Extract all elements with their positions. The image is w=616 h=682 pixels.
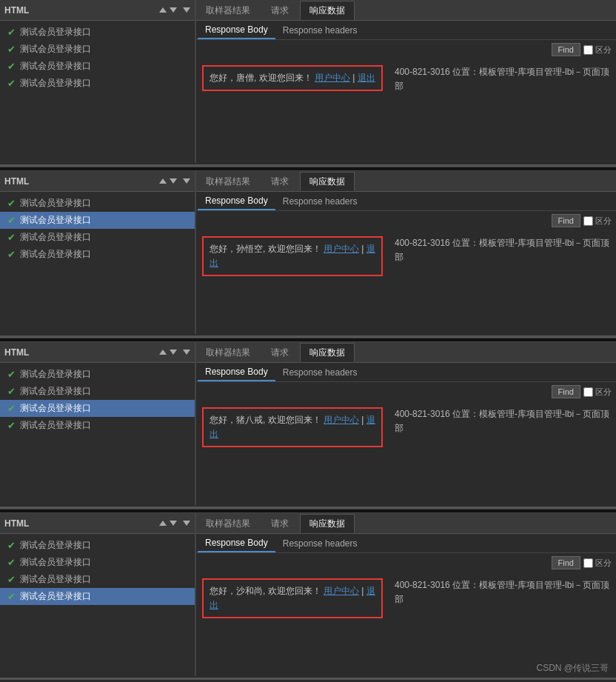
response-link1-2[interactable]: 用户中心: [324, 415, 359, 425]
tab-0-0[interactable]: 取样器结果: [196, 1, 260, 20]
distinguish-checkbox-0[interactable]: [583, 45, 593, 55]
shield-icon-2-2: ✔: [6, 404, 16, 414]
sidebar-item-label-3-2: 测试会员登录接口: [20, 573, 91, 586]
response-link1-3[interactable]: 用户中心: [324, 586, 359, 596]
tab-3-1[interactable]: 请求: [261, 514, 298, 533]
tri-down-icon-3[interactable]: [170, 521, 177, 526]
dropdown-arrow-icon-3[interactable]: [183, 521, 190, 526]
tab-1-0[interactable]: 取样器结果: [196, 172, 260, 191]
sidebar-item-1-0[interactable]: ✔测试会员登录接口: [0, 195, 195, 212]
tri-up-icon-3[interactable]: [159, 521, 167, 526]
shield-icon-1-3: ✔: [6, 250, 16, 260]
sidebar-header-2: HTML: [0, 342, 195, 363]
distinguish-checkbox-1[interactable]: [583, 216, 593, 226]
sidebar-item-3-1[interactable]: ✔测试会员登录接口: [0, 554, 195, 571]
response-main-3: 您好，沙和尚, 欢迎您回来！ 用户中心 | 退出: [196, 572, 389, 676]
sub-tab-1-0[interactable]: Response Body: [198, 193, 275, 210]
response-main-2: 您好，猪八戒, 欢迎您回来！ 用户中心 | 退出: [196, 401, 389, 505]
response-main-0: 您好，唐僧, 欢迎您回来！ 用户中心 | 退出: [196, 59, 389, 163]
sidebar-item-1-2[interactable]: ✔测试会员登录接口: [0, 229, 195, 246]
response-body-area-3: 您好，沙和尚, 欢迎您回来！ 用户中心 | 退出400-821-3016 位置：…: [196, 572, 616, 676]
content-area-3: 取样器结果请求响应数据Response BodyResponse headers…: [196, 513, 616, 676]
sub-tab-2-0[interactable]: Response Body: [198, 364, 275, 381]
response-link2-0[interactable]: 退出: [358, 73, 375, 83]
sidebar-item-label-2-2: 测试会员登录接口: [20, 402, 91, 415]
find-button-3[interactable]: Find: [552, 556, 580, 569]
response-link1-1[interactable]: 用户中心: [324, 244, 359, 254]
tri-down-icon-1[interactable]: [170, 178, 177, 184]
sub-tab-0-1[interactable]: Response headers: [275, 21, 365, 39]
sidebar-item-0-3[interactable]: ✔测试会员登录接口: [0, 75, 195, 92]
tab-2-1[interactable]: 请求: [261, 343, 298, 362]
sidebar-item-label-0-1: 测试会员登录接口: [20, 43, 91, 56]
tri-up-icon-2[interactable]: [159, 350, 167, 355]
tab-2-2[interactable]: 响应数据: [300, 343, 355, 362]
sidebar-1: HTML✔测试会员登录接口✔测试会员登录接口✔测试会员登录接口✔测试会员登录接口: [0, 171, 196, 334]
tri-up-icon-0[interactable]: [159, 7, 167, 13]
shield-icon-3-1: ✔: [6, 558, 16, 568]
sidebar-item-3-0[interactable]: ✔测试会员登录接口: [0, 537, 195, 554]
tab-1-1[interactable]: 请求: [261, 172, 298, 191]
sidebar-item-label-0-3: 测试会员登录接口: [20, 77, 91, 90]
sidebar-item-2-0[interactable]: ✔测试会员登录接口: [0, 366, 195, 383]
response-box-1: 您好，孙悟空, 欢迎您回来！ 用户中心 | 退出: [202, 236, 383, 276]
sidebar-item-2-2[interactable]: ✔测试会员登录接口: [0, 400, 195, 417]
tab-1-2[interactable]: 响应数据: [300, 172, 355, 191]
distinguish-checkbox-2[interactable]: [583, 387, 593, 397]
tab-3-0[interactable]: 取样器结果: [196, 514, 260, 533]
response-text-0: 您好，唐僧, 欢迎您回来！: [210, 73, 315, 83]
find-button-2[interactable]: Find: [552, 385, 580, 398]
content-area-1: 取样器结果请求响应数据Response BodyResponse headers…: [196, 171, 616, 334]
tab-0-1[interactable]: 请求: [261, 1, 298, 20]
tri-down-icon-2[interactable]: [170, 350, 177, 355]
sub-tab-1-1[interactable]: Response headers: [275, 193, 365, 210]
tri-up-icon-1[interactable]: [159, 178, 167, 184]
sidebar-item-1-3[interactable]: ✔测试会员登录接口: [0, 246, 195, 263]
shield-icon-1-2: ✔: [6, 233, 16, 243]
find-button-0[interactable]: Find: [552, 43, 580, 56]
dropdown-arrow-icon-1[interactable]: [183, 178, 190, 184]
sidebar-item-1-1[interactable]: ✔测试会员登录接口: [0, 212, 195, 229]
sidebar-item-2-1[interactable]: ✔测试会员登录接口: [0, 383, 195, 400]
sidebar-title-0: HTML: [4, 5, 159, 16]
sidebar-item-0-1[interactable]: ✔测试会员登录接口: [0, 41, 195, 58]
sub-tab-3-0[interactable]: Response Body: [198, 535, 275, 552]
content-area-0: 取样器结果请求响应数据Response BodyResponse headers…: [196, 0, 616, 163]
sidebar-list-2: ✔测试会员登录接口✔测试会员登录接口✔测试会员登录接口✔测试会员登录接口: [0, 363, 195, 505]
toolbar-row-3: Find区分: [196, 553, 616, 572]
sidebar-item-0-2[interactable]: ✔测试会员登录接口: [0, 58, 195, 75]
tab-3-2[interactable]: 响应数据: [300, 514, 355, 533]
dropdown-arrow-icon-0[interactable]: [183, 7, 190, 13]
shield-icon-3-0: ✔: [6, 541, 16, 551]
sidebar-item-label-1-3: 测试会员登录接口: [20, 248, 91, 261]
response-link1-0[interactable]: 用户中心: [315, 73, 350, 83]
watermark: CSDN @传说三哥: [536, 662, 609, 675]
panel-row-1: HTML✔测试会员登录接口✔测试会员登录接口✔测试会员登录接口✔测试会员登录接口…: [0, 171, 616, 334]
tri-down-icon-0[interactable]: [170, 7, 177, 13]
checkbox-label-2: 区分: [595, 387, 612, 398]
toolbar-row-2: Find区分: [196, 382, 616, 401]
sidebar-item-0-0[interactable]: ✔测试会员登录接口: [0, 24, 195, 41]
sidebar-item-label-1-2: 测试会员登录接口: [20, 231, 91, 244]
distinguish-checkbox-3[interactable]: [583, 558, 593, 568]
shield-icon-2-1: ✔: [6, 387, 16, 397]
find-button-1[interactable]: Find: [552, 214, 580, 227]
sub-tab-3-1[interactable]: Response headers: [275, 535, 365, 552]
sub-tab-bar-2: Response BodyResponse headers: [196, 363, 616, 382]
panel-block-1: HTML✔测试会员登录接口✔测试会员登录接口✔测试会员登录接口✔测试会员登录接口…: [0, 171, 616, 338]
sidebar-item-3-2[interactable]: ✔测试会员登录接口: [0, 571, 195, 588]
sidebar-header-3: HTML: [0, 513, 195, 534]
sidebar-item-label-2-0: 测试会员登录接口: [20, 368, 91, 381]
sub-tab-0-0[interactable]: Response Body: [198, 21, 275, 39]
sidebar-item-2-3[interactable]: ✔测试会员登录接口: [0, 417, 195, 434]
sub-tab-2-1[interactable]: Response headers: [275, 364, 365, 381]
sidebar-item-3-3[interactable]: ✔测试会员登录接口: [0, 588, 195, 605]
dropdown-arrow-icon-2[interactable]: [183, 350, 190, 355]
tab-0-2[interactable]: 响应数据: [300, 1, 355, 20]
panel-row-2: HTML✔测试会员登录接口✔测试会员登录接口✔测试会员登录接口✔测试会员登录接口…: [0, 342, 616, 505]
sidebar-item-label-1-1: 测试会员登录接口: [20, 214, 91, 227]
sidebar-item-label-3-3: 测试会员登录接口: [20, 590, 91, 603]
shield-icon-3-2: ✔: [6, 575, 16, 585]
tab-2-0[interactable]: 取样器结果: [196, 343, 260, 362]
shield-icon-2-0: ✔: [6, 370, 16, 380]
